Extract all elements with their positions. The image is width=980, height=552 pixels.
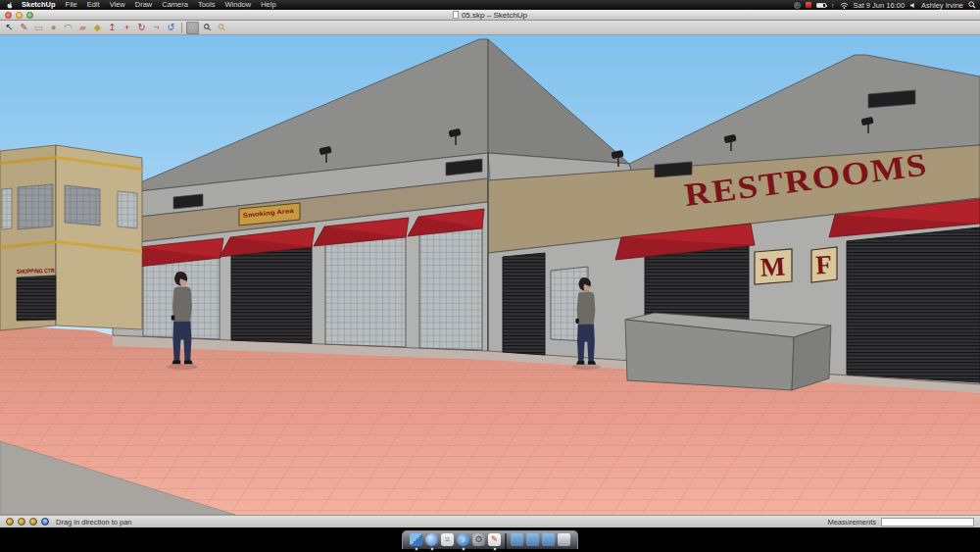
- grille-window: [325, 233, 406, 347]
- menu-sketchup[interactable]: SketchUp: [17, 0, 61, 10]
- left-building-front: [56, 145, 142, 329]
- vent: [173, 194, 203, 209]
- menu-view[interactable]: View: [105, 0, 130, 10]
- menu-bar: SketchUpFileEditViewDrawCameraToolsWindo…: [0, 0, 980, 10]
- window-title-bar[interactable]: 05.skp – SketchUp: [0, 10, 980, 21]
- left-building-sign-text: SHOPPING CTR.: [17, 268, 56, 275]
- menu-help[interactable]: Help: [256, 0, 280, 10]
- tool-palette: ↖ ✎ ▭ ● ◠ ▰ ◆ ↥ + ↻ ¬ ↺ ☞ ⚲ ⚲: [0, 21, 980, 35]
- user-session-menu[interactable]: Ashley Irvine: [921, 1, 963, 10]
- help-icon[interactable]: ?: [41, 518, 49, 526]
- menu-draw[interactable]: Draw: [130, 0, 158, 10]
- roller-shutter: [847, 227, 980, 382]
- circle-tool[interactable]: ●: [47, 22, 60, 34]
- battery-status-icon[interactable]: [816, 3, 826, 8]
- minimize-button[interactable]: [16, 12, 23, 19]
- rectangle-tool[interactable]: ▭: [32, 22, 45, 34]
- move-tool[interactable]: +: [121, 22, 133, 34]
- person-shadow: [167, 364, 198, 370]
- pan-tool[interactable]: ☞: [186, 22, 199, 34]
- line-tool[interactable]: ✎: [18, 22, 30, 34]
- left-building[interactable]: SHOPPING CTR.: [0, 145, 142, 330]
- menu-camera[interactable]: Camera: [157, 0, 193, 10]
- dock-trash-icon[interactable]: [558, 533, 570, 546]
- dock-folder-icon-2[interactable]: [526, 533, 539, 546]
- vent: [655, 162, 692, 177]
- roller-shutter: [231, 244, 312, 343]
- dock-separator[interactable]: [505, 533, 507, 549]
- status-hint-text: Drag in direction to pan: [56, 518, 132, 527]
- apple-menu-icon[interactable]: [6, 1, 14, 10]
- menu-clock[interactable]: Sat 9 Jun 16:00: [854, 1, 906, 10]
- credits-status-icon[interactable]: [18, 518, 25, 526]
- account-status-icon[interactable]: [29, 518, 37, 526]
- geolocation-status-icon[interactable]: [6, 518, 14, 526]
- mens-sign-text: M: [760, 251, 786, 281]
- mens-sign[interactable]: M: [755, 249, 792, 284]
- updates-status-icon[interactable]: ↑: [831, 2, 835, 9]
- dock-itunes-icon[interactable]: [457, 533, 469, 546]
- toolbar-separator[interactable]: [181, 23, 182, 33]
- womens-sign[interactable]: F: [811, 247, 837, 282]
- arc-tool[interactable]: ◠: [62, 22, 74, 34]
- menu-window[interactable]: Window: [220, 0, 256, 10]
- dock: [402, 530, 578, 549]
- roller-shutter: [503, 253, 545, 355]
- menu-tools[interactable]: Tools: [193, 0, 220, 10]
- dock-textedit-icon[interactable]: [441, 533, 454, 546]
- measurements-label: Measurements: [827, 518, 876, 527]
- paint-bucket-tool[interactable]: ◆: [91, 22, 104, 34]
- status-bar: ? Drag in direction to pan Measurements: [0, 515, 980, 527]
- orbit-tool[interactable]: ↺: [165, 22, 177, 34]
- push-pull-tool[interactable]: ↥: [106, 22, 119, 34]
- zoom-window-button[interactable]: [26, 12, 33, 19]
- dock-sysprefs-icon[interactable]: [472, 533, 485, 546]
- planter-box[interactable]: [625, 313, 831, 390]
- menu-file[interactable]: File: [61, 0, 82, 10]
- modeling-viewport[interactable]: RESTROOMS Smoking Area M F: [0, 35, 980, 515]
- measurements-input[interactable]: [881, 518, 974, 527]
- wifi-status-icon[interactable]: [840, 2, 849, 9]
- close-button[interactable]: [5, 12, 12, 19]
- offset-tool[interactable]: ¬: [150, 22, 163, 34]
- dock-sketchup-icon[interactable]: [488, 533, 501, 546]
- dock-folder-icon-3[interactable]: [542, 533, 555, 546]
- dock-safari-icon[interactable]: [425, 533, 438, 546]
- volume-status-icon[interactable]: [909, 2, 916, 9]
- dock-finder-icon[interactable]: [410, 533, 422, 546]
- select-tool[interactable]: ↖: [3, 22, 16, 34]
- spotlight-icon[interactable]: [968, 1, 976, 9]
- roller-shutter: [17, 276, 56, 321]
- zoom-tool[interactable]: ⚲: [201, 22, 214, 34]
- time-machine-status-icon[interactable]: [794, 2, 801, 9]
- person-shadow: [571, 364, 601, 370]
- zoom-extents-tool[interactable]: ⚲: [216, 22, 228, 34]
- menu-edit[interactable]: Edit: [82, 0, 105, 10]
- desktop-strip: [0, 527, 980, 552]
- window-title: 05.skp – SketchUp: [462, 11, 527, 20]
- document-icon: [453, 11, 459, 19]
- dock-folder-icon-1[interactable]: [511, 533, 523, 546]
- eraser-tool[interactable]: ▰: [76, 22, 89, 34]
- rotate-tool[interactable]: ↻: [135, 22, 148, 34]
- grille-window: [419, 225, 482, 350]
- womens-sign-text: F: [815, 250, 833, 280]
- app-status-icon[interactable]: [806, 2, 811, 8]
